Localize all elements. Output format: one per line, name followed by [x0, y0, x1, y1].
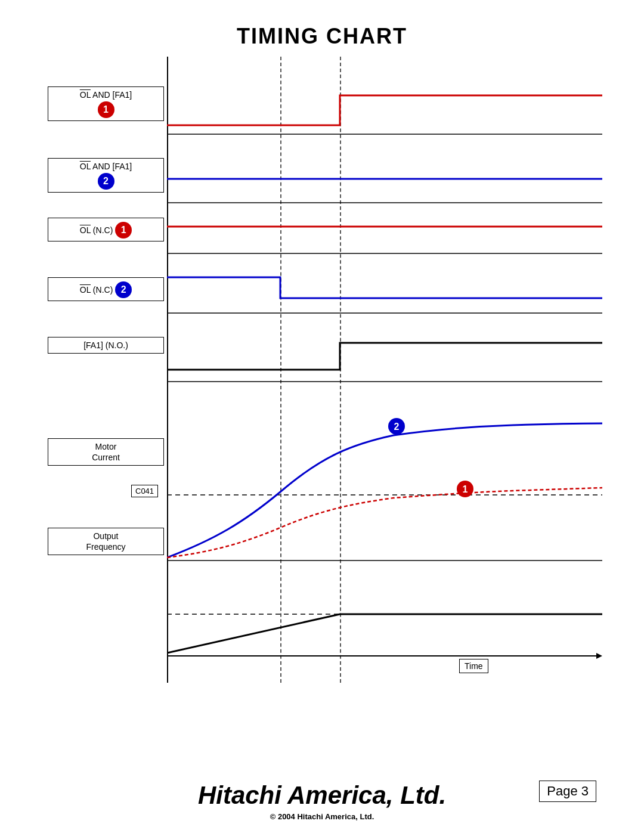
svg-text:1: 1: [463, 484, 468, 494]
row2-label: OL AND [FA1] 2: [48, 158, 164, 193]
row5-label: [FA1] (N.O.): [48, 337, 164, 354]
row2-text: OL AND [FA1]: [80, 161, 132, 172]
page-container: TIMING CHART OL AND [FA1] 1 OL AND [FA1]…: [0, 0, 644, 833]
row3-label: OL (N.C) 1: [48, 218, 164, 241]
row4-label: OL (N.C) 2: [48, 277, 164, 301]
row6-label: MotorCurrent: [48, 438, 164, 466]
time-label: Time: [459, 659, 488, 673]
page-title: TIMING CHART: [0, 0, 644, 61]
page-number: Page 3: [539, 781, 596, 802]
chart-area: OL AND [FA1] 1 OL AND [FA1] 2 OL (N.C) 1…: [48, 57, 602, 742]
row1-text: OL AND [FA1]: [80, 89, 132, 100]
row4-text: OL (N.C) 2: [80, 280, 132, 298]
row2-badge: 2: [98, 173, 114, 190]
row7-text: OutputFrequency: [86, 531, 125, 552]
c041-label: C041: [131, 485, 158, 497]
row5-text: [FA1] (N.O.): [83, 340, 128, 351]
svg-text:2: 2: [394, 422, 400, 432]
copyright: © 2004 Hitachi America, Ltd.: [0, 812, 644, 821]
row1-badge: 1: [98, 101, 114, 118]
chart-svg: 2 1: [167, 57, 602, 683]
svg-marker-9: [596, 653, 602, 659]
row6-text: MotorCurrent: [92, 441, 120, 463]
row1-label: OL AND [FA1] 1: [48, 86, 164, 121]
row7-label: OutputFrequency: [48, 528, 164, 555]
row3-text: OL (N.C) 1: [80, 221, 132, 239]
